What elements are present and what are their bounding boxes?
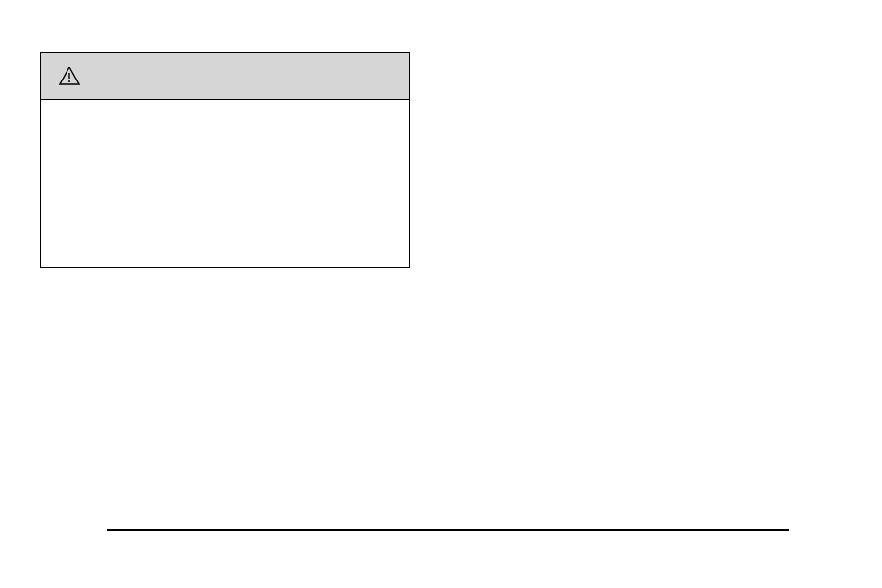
svg-point-1 xyxy=(68,80,70,82)
warning-callout xyxy=(40,52,410,268)
warning-triangle-icon xyxy=(59,67,80,85)
footer-rule xyxy=(107,529,789,531)
document-page xyxy=(0,0,882,588)
callout-body xyxy=(41,100,409,267)
callout-header xyxy=(41,53,409,100)
